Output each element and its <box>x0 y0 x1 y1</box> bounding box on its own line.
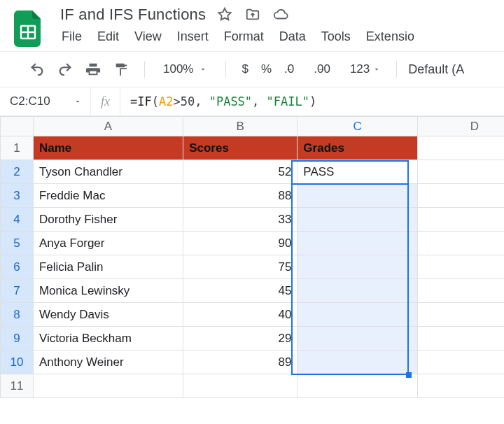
cell[interactable]: Victoria Beckham <box>33 327 183 351</box>
cell[interactable] <box>417 255 504 279</box>
row-header[interactable]: 6 <box>1 255 34 279</box>
cell[interactable] <box>298 232 417 255</box>
cell[interactable] <box>417 160 504 184</box>
cell[interactable]: Felicia Palin <box>33 255 183 279</box>
row-header[interactable]: 5 <box>1 232 34 255</box>
sheets-logo <box>13 8 43 49</box>
cell[interactable] <box>298 208 417 232</box>
percent-button[interactable]: % <box>261 62 272 76</box>
menu-format[interactable]: Format <box>224 29 264 44</box>
toolbar: 100% $ % .0← .00→ 123 Default (A <box>0 52 504 87</box>
cell[interactable]: Tyson Chandler <box>33 160 183 184</box>
cell[interactable] <box>298 303 417 327</box>
select-all-corner[interactable] <box>1 117 34 136</box>
cell[interactable] <box>298 279 417 303</box>
row-header[interactable]: 10 <box>1 351 34 374</box>
star-icon[interactable] <box>216 6 234 24</box>
row-header[interactable]: 3 <box>1 184 34 208</box>
cell[interactable]: 40 <box>183 303 298 327</box>
cell[interactable] <box>298 374 417 398</box>
cell[interactable] <box>417 232 504 255</box>
name-box[interactable]: C2:C10 <box>0 87 91 115</box>
cloud-status-icon[interactable] <box>272 6 290 24</box>
paint-format-button[interactable] <box>109 59 133 80</box>
menu-data[interactable]: Data <box>279 29 306 44</box>
row-header[interactable]: 11 <box>1 374 34 398</box>
cell[interactable]: 45 <box>183 279 298 303</box>
cell[interactable]: Scores <box>183 136 298 160</box>
spreadsheet-grid[interactable]: A B C D 1 Name Scores Grades 2 Tyson Cha… <box>0 116 504 398</box>
cell[interactable] <box>417 208 504 232</box>
move-folder-icon[interactable] <box>244 6 262 24</box>
formula-bar[interactable]: =IF(A2>50, "PASS", "FAIL") <box>120 94 504 108</box>
number-format-dropdown[interactable]: 123 <box>350 62 381 76</box>
cell[interactable]: Anthony Weiner <box>33 351 183 374</box>
cell[interactable]: 89 <box>183 351 298 374</box>
zoom-value: 100% <box>163 62 193 76</box>
print-button[interactable] <box>81 59 105 80</box>
row-header[interactable]: 7 <box>1 279 34 303</box>
menu-file[interactable]: File <box>62 29 82 44</box>
cell[interactable] <box>298 184 417 208</box>
zoom-dropdown[interactable]: 100% <box>156 62 214 76</box>
menu-extensions[interactable]: Extensio <box>366 29 414 44</box>
cell[interactable] <box>417 184 504 208</box>
document-title[interactable]: IF and IFS Functions <box>60 6 206 24</box>
menu-edit[interactable]: Edit <box>97 29 119 44</box>
row-header[interactable]: 9 <box>1 327 34 351</box>
menu-tools[interactable]: Tools <box>321 29 351 44</box>
row-header[interactable]: 8 <box>1 303 34 327</box>
cell[interactable] <box>417 374 504 398</box>
cell[interactable]: Freddie Mac <box>33 184 183 208</box>
cell[interactable]: Grades <box>298 136 417 160</box>
cell[interactable] <box>417 303 504 327</box>
font-dropdown[interactable]: Default (A <box>408 62 464 77</box>
cell[interactable] <box>33 374 183 398</box>
col-header-A[interactable]: A <box>33 117 183 136</box>
cell[interactable]: 52 <box>183 160 298 184</box>
cell[interactable] <box>417 327 504 351</box>
redo-button[interactable] <box>53 59 77 80</box>
menu-bar: File Edit View Insert Format Data Tools … <box>60 24 414 51</box>
undo-button[interactable] <box>25 59 49 80</box>
cell[interactable] <box>298 351 417 374</box>
row-header[interactable]: 1 <box>1 136 34 160</box>
currency-button[interactable]: $ <box>241 62 248 76</box>
col-header-B[interactable]: B <box>183 117 298 136</box>
cell[interactable]: Anya Forger <box>33 232 183 255</box>
decrease-decimal-button[interactable]: .0← <box>284 62 301 76</box>
menu-view[interactable]: View <box>134 29 162 44</box>
fx-icon: fx <box>91 87 120 115</box>
cell[interactable]: Monica Lewinsky <box>33 279 183 303</box>
cell[interactable] <box>417 136 504 160</box>
name-box-value: C2:C10 <box>10 94 50 108</box>
cell[interactable]: 75 <box>183 255 298 279</box>
col-header-C[interactable]: C <box>298 117 417 136</box>
cell[interactable] <box>417 351 504 374</box>
cell[interactable]: 88 <box>183 184 298 208</box>
cell[interactable] <box>183 374 298 398</box>
col-header-D[interactable]: D <box>417 117 504 136</box>
cell[interactable]: Wendy Davis <box>33 303 183 327</box>
cell[interactable]: 33 <box>183 208 298 232</box>
cell[interactable]: PASS <box>298 160 417 184</box>
chevron-down-icon <box>199 65 207 73</box>
cell[interactable]: Name <box>33 136 183 160</box>
increase-decimal-button[interactable]: .00→ <box>314 62 337 76</box>
row-header[interactable]: 2 <box>1 160 34 184</box>
cell[interactable]: 90 <box>183 232 298 255</box>
cell[interactable] <box>417 279 504 303</box>
cell[interactable] <box>298 255 417 279</box>
cell[interactable]: 29 <box>183 327 298 351</box>
menu-insert[interactable]: Insert <box>177 29 209 44</box>
cell[interactable]: Dorothy Fisher <box>33 208 183 232</box>
row-header[interactable]: 4 <box>1 208 34 232</box>
cell[interactable] <box>298 327 417 351</box>
